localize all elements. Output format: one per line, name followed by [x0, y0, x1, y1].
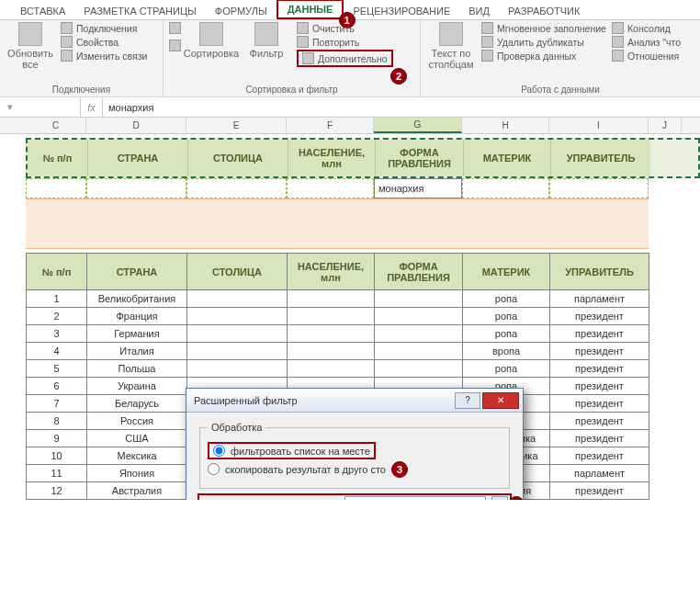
- tab-data[interactable]: ДАННЫЕ: [277, 0, 344, 19]
- cell-cont[interactable]: ропа: [463, 360, 550, 378]
- cell-n[interactable]: 4: [27, 343, 87, 360]
- table-row[interactable]: 2Францияропапрезидент: [27, 308, 649, 325]
- cell-cont[interactable]: ропа: [463, 290, 550, 308]
- crit-cell-ruler[interactable]: [549, 178, 649, 198]
- crit-header-govform[interactable]: ФОРМА ПРАВЛЕНИЯ: [376, 140, 464, 176]
- cell-n[interactable]: 5: [27, 360, 87, 378]
- table-row[interactable]: 1Великобританияропапарламент: [27, 290, 649, 308]
- src-range-input[interactable]: Лист1!$C$8:$I$20: [344, 496, 486, 500]
- cell-gov[interactable]: [375, 360, 463, 378]
- cell-cont[interactable]: ропа: [463, 308, 550, 325]
- crit-cell-capital[interactable]: [186, 178, 287, 198]
- th-country[interactable]: СТРАНА: [87, 254, 187, 290]
- relationships-button[interactable]: Отношения: [612, 50, 681, 62]
- col-header-f[interactable]: F: [287, 118, 374, 133]
- cell-n[interactable]: 8: [27, 413, 87, 430]
- cell-cont[interactable]: ропа: [463, 325, 550, 343]
- cell-country[interactable]: Австралия: [87, 482, 187, 500]
- edit-links-button[interactable]: Изменить связи: [61, 50, 147, 62]
- crit-header-num[interactable]: № п/п: [28, 140, 88, 176]
- cell-country[interactable]: Италия: [87, 343, 187, 360]
- col-header-i[interactable]: I: [549, 118, 649, 133]
- cell-ruler[interactable]: президент: [550, 430, 649, 447]
- cell-n[interactable]: 3: [27, 325, 87, 343]
- col-header-g[interactable]: G: [374, 118, 462, 133]
- text-to-columns-button[interactable]: Текст по столбцам: [426, 22, 476, 70]
- col-header-h[interactable]: H: [462, 118, 549, 133]
- table-row[interactable]: 5Польшаропапрезидент: [27, 360, 649, 378]
- radio-copy-row[interactable]: скопировать результат в друго сто 3: [208, 463, 502, 475]
- col-header-e[interactable]: E: [186, 118, 287, 133]
- cell-n[interactable]: 1: [27, 290, 87, 308]
- cell-pop[interactable]: [288, 360, 375, 378]
- cell-country[interactable]: Германия: [87, 325, 187, 343]
- crit-cell-govform[interactable]: монархия: [374, 178, 462, 198]
- cell-cont[interactable]: вропа: [463, 343, 550, 360]
- cell-n[interactable]: 2: [27, 308, 87, 325]
- table-row[interactable]: 4Италиявропапрезидент: [27, 343, 649, 360]
- crit-cell-num[interactable]: [26, 178, 86, 198]
- th-continent[interactable]: МАТЕРИК: [463, 254, 550, 290]
- cell-country[interactable]: Россия: [87, 413, 187, 430]
- dialog-help-button[interactable]: ?: [455, 392, 480, 409]
- dialog-close-button[interactable]: ✕: [482, 392, 519, 409]
- cell-ruler[interactable]: президент: [550, 360, 649, 378]
- th-ruler[interactable]: УПРАВИТЕЛЬ: [550, 254, 649, 290]
- th-capital[interactable]: СТОЛИЦА: [187, 254, 288, 290]
- cell-pop[interactable]: [288, 308, 375, 325]
- cell-ruler[interactable]: президент: [550, 378, 649, 395]
- cell-pop[interactable]: [288, 325, 375, 343]
- cell-ruler[interactable]: парламент: [550, 290, 649, 308]
- src-range-ref-button[interactable]: [491, 496, 508, 500]
- cell-n[interactable]: 12: [27, 482, 87, 500]
- crit-header-ruler[interactable]: УПРАВИТЕЛЬ: [551, 140, 650, 176]
- cell-gov[interactable]: [375, 325, 463, 343]
- tab-formulas[interactable]: ФОРМУЛЫ: [206, 3, 277, 19]
- advanced-filter-button[interactable]: Дополнительно: [297, 50, 393, 67]
- cell-capital[interactable]: [187, 343, 288, 360]
- cell-ruler[interactable]: президент: [550, 308, 649, 325]
- remove-duplicates-button[interactable]: Удалить дубликаты: [481, 36, 606, 48]
- cell-ruler[interactable]: президент: [550, 395, 649, 413]
- table-row[interactable]: 3Германияропапрезидент: [27, 325, 649, 343]
- crit-header-country[interactable]: СТРАНА: [88, 140, 188, 176]
- cell-country[interactable]: Франция: [87, 308, 187, 325]
- col-header-d[interactable]: D: [86, 118, 186, 133]
- cell-capital[interactable]: [187, 290, 288, 308]
- cell-gov[interactable]: [375, 308, 463, 325]
- tab-view[interactable]: ВИД: [459, 3, 499, 19]
- cell-country[interactable]: Япония: [87, 465, 187, 482]
- radio-filter-in-place-row[interactable]: фильтровать список на месте: [208, 442, 376, 459]
- cell-capital[interactable]: [187, 360, 288, 378]
- cell-country[interactable]: Беларусь: [87, 395, 187, 413]
- th-num[interactable]: № п/п: [27, 254, 87, 290]
- formula-input[interactable]: монархия: [103, 102, 700, 113]
- sort-button[interactable]: Сортировка: [186, 22, 236, 59]
- connections-button[interactable]: Подключения: [61, 22, 147, 34]
- cell-n[interactable]: 11: [27, 465, 87, 482]
- clear-filter-button[interactable]: Очистить: [297, 22, 393, 34]
- th-govform[interactable]: ФОРМА ПРАВЛЕНИЯ: [375, 254, 463, 290]
- flash-fill-button[interactable]: Мгновенное заполнение: [481, 22, 606, 34]
- cell-capital[interactable]: [187, 325, 288, 343]
- col-header-c[interactable]: C: [26, 118, 86, 133]
- reapply-filter-button[interactable]: Повторить: [297, 36, 393, 48]
- col-header-j[interactable]: J: [649, 118, 682, 133]
- tab-page-layout[interactable]: РАЗМЕТКА СТРАНИЦЫ: [74, 3, 205, 19]
- cell-gov[interactable]: [375, 343, 463, 360]
- cell-ruler[interactable]: президент: [550, 343, 649, 360]
- cell-country[interactable]: Мексика: [87, 447, 187, 465]
- crit-header-population[interactable]: НАСЕЛЕНИЕ, млн: [288, 140, 376, 176]
- cell-n[interactable]: 9: [27, 430, 87, 447]
- cell-pop[interactable]: [288, 343, 375, 360]
- cell-gov[interactable]: [375, 290, 463, 308]
- cell-n[interactable]: 7: [27, 395, 87, 413]
- properties-button[interactable]: Свойства: [61, 36, 147, 48]
- name-box[interactable]: ▾: [0, 97, 81, 117]
- tab-review[interactable]: РЕЦЕНЗИРОВАНИЕ: [344, 3, 459, 19]
- crit-header-continent[interactable]: МАТЕРИК: [464, 140, 551, 176]
- cell-country[interactable]: Польша: [87, 360, 187, 378]
- crit-cell-population[interactable]: [287, 178, 374, 198]
- cell-capital[interactable]: [187, 308, 288, 325]
- crit-cell-continent[interactable]: [462, 178, 549, 198]
